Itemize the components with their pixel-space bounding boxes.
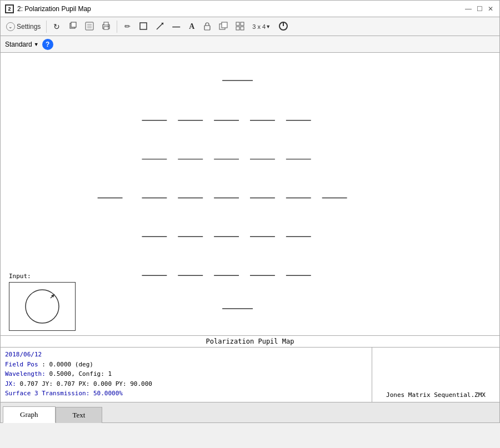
svg-rect-8	[104, 27, 108, 29]
title-bar: 2 2: Polarization Pupil Map — ☐ ✕	[0, 0, 500, 17]
lock-button[interactable]	[201, 19, 214, 34]
lock-icon	[203, 22, 211, 32]
grid-dropdown-icon: ▼	[266, 24, 271, 29]
copy-button[interactable]	[66, 19, 80, 34]
dash-button[interactable]: —	[169, 19, 183, 34]
grid-label: 3 x 4	[252, 23, 266, 30]
refresh-button[interactable]: ↻	[50, 19, 63, 34]
print-button[interactable]	[99, 19, 113, 34]
standard-label: Standard	[5, 41, 32, 48]
toolbar: ⌄ Settings ↻ ✏ — A	[0, 17, 500, 36]
minimize-icon[interactable]: —	[464, 4, 473, 13]
info-date: 2018/06/12	[5, 350, 367, 360]
input-box	[9, 282, 76, 331]
window-title: 2: Polarization Pupil Map	[17, 5, 91, 13]
help-icon: ?	[46, 41, 49, 48]
settings-button[interactable]: ⌄ Settings	[4, 21, 43, 32]
settings-label: Settings	[17, 23, 41, 31]
info-left: 2018/06/12 Field Pos : 0.0000 (deg) Wave…	[1, 348, 372, 402]
svg-rect-15	[222, 22, 227, 28]
window-controls: — ☐ ✕	[464, 4, 495, 13]
main-content: Input:	[0, 52, 500, 335]
help-button[interactable]: ?	[42, 39, 53, 50]
divider-1	[46, 21, 47, 33]
info-surface: Surface 3 Transmission: 50.0000%	[5, 389, 367, 399]
standard-dropdown-icon: ▼	[34, 42, 39, 47]
svg-rect-7	[104, 22, 108, 25]
refresh-icon: ↻	[53, 22, 60, 31]
info-wavelength: Wavelength: 0.5000, Config: 1	[5, 369, 367, 379]
info-right: Jones Matrix Sequential.ZMX	[372, 348, 499, 402]
text-button[interactable]: A	[185, 19, 198, 34]
svg-rect-17	[241, 22, 244, 26]
rect-icon	[139, 22, 148, 32]
print-icon	[102, 22, 111, 32]
line-icon	[156, 22, 164, 32]
polarization-circle	[20, 284, 64, 329]
info-panel: Polarization Pupil Map 2018/06/12 Field …	[0, 335, 500, 402]
svg-rect-19	[241, 27, 244, 30]
tab-text[interactable]: Text	[56, 407, 103, 423]
rect-button[interactable]	[136, 19, 151, 34]
svg-point-9	[108, 26, 109, 27]
text-tool-icon: A	[189, 22, 194, 31]
window-icon: 2	[5, 4, 14, 13]
restore-icon[interactable]: ☐	[475, 4, 484, 13]
pencil-icon: ✏	[124, 22, 131, 31]
tab-bar: Graph Text	[0, 402, 500, 423]
layers2-icon	[236, 22, 244, 32]
svg-rect-13	[204, 26, 210, 30]
info-fieldpos: Field Pos : 0.0000 (deg)	[5, 360, 367, 370]
grid-button[interactable]: 3 x 4 ▼	[249, 19, 273, 34]
dash-icon: —	[172, 22, 180, 31]
info-jx: JX: 0.707 JY: 0.707 PX: 0.000 PY: 90.000	[5, 379, 367, 389]
line-button[interactable]	[153, 19, 167, 34]
pencil-button[interactable]: ✏	[121, 19, 134, 34]
export-icon	[85, 22, 94, 32]
toolbar2: Standard ▼ ?	[0, 36, 500, 52]
power-button[interactable]	[276, 19, 291, 34]
divider-2	[117, 21, 117, 33]
power-icon	[278, 21, 288, 32]
svg-rect-1	[71, 22, 76, 27]
info-file-label: Jones Matrix Sequential.ZMX	[386, 391, 486, 399]
layers1-button[interactable]	[216, 19, 231, 34]
close-icon[interactable]: ✕	[486, 4, 495, 13]
layers1-icon	[219, 22, 228, 32]
svg-rect-18	[236, 27, 239, 30]
svg-rect-10	[140, 23, 147, 29]
info-panel-title: Polarization Pupil Map	[1, 336, 499, 348]
export-button[interactable]	[82, 19, 97, 34]
layers2-button[interactable]	[233, 19, 247, 34]
settings-arrow-icon: ⌄	[6, 22, 15, 31]
tab-graph[interactable]: Graph	[3, 406, 56, 423]
svg-rect-16	[236, 22, 239, 26]
copy-icon	[68, 22, 77, 32]
input-label: Input:	[9, 273, 31, 280]
standard-button[interactable]: Standard ▼	[5, 41, 39, 48]
